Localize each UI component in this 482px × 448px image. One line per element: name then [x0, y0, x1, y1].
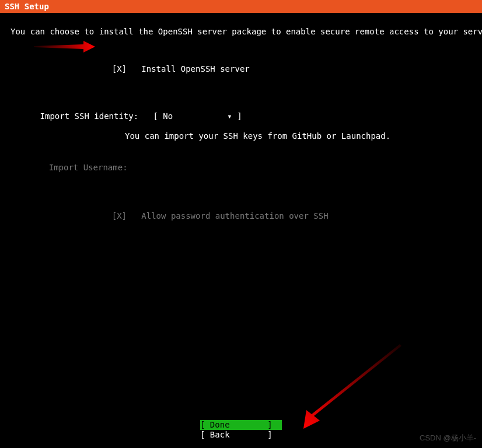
- chevron-down-icon: ▾: [227, 111, 232, 121]
- back-button[interactable]: [ Back ]: [200, 430, 282, 440]
- content-area: You can choose to install the OpenSSH se…: [0, 13, 482, 231]
- allow-password-checkbox: [X]: [112, 211, 127, 220]
- dropdown-bracket-open: [: [153, 111, 163, 121]
- intro-text: You can choose to install the OpenSSH se…: [0, 13, 482, 37]
- dropdown-value: No: [163, 111, 227, 121]
- install-openssh-row[interactable]: [X] Install OpenSSH server: [0, 37, 482, 84]
- import-identity-help: You can import your SSH keys from GitHub…: [11, 131, 482, 141]
- import-identity-row: Import SSH identity: [ No▾ ]: [11, 102, 482, 131]
- install-checkbox[interactable]: [X]: [112, 64, 127, 74]
- import-username-label: Import Username:: [49, 163, 128, 172]
- allow-password-label: Allow password authentication over SSH: [141, 211, 328, 220]
- button-bar: [ Done ] [ Back ]: [0, 420, 482, 440]
- dropdown-bracket-close: ]: [232, 111, 242, 121]
- svg-marker-1: [303, 344, 401, 429]
- allow-password-row: [X] Allow password authentication over S…: [0, 183, 482, 231]
- title-bar: SSH Setup: [0, 0, 482, 13]
- watermark: CSDN @杨小羊-: [420, 433, 476, 443]
- annotation-arrow-done: [303, 344, 403, 429]
- import-identity-dropdown[interactable]: [ No▾ ]: [153, 111, 242, 121]
- title-text: SSH Setup: [5, 2, 49, 11]
- back-button-label: Back: [210, 430, 263, 440]
- import-identity-label: Import SSH identity:: [40, 111, 139, 121]
- install-label: Install OpenSSH server: [141, 64, 249, 74]
- done-button-label: Done: [210, 420, 263, 430]
- import-username-row: Import Username:: [0, 141, 482, 183]
- done-button[interactable]: [ Done ]: [200, 420, 282, 430]
